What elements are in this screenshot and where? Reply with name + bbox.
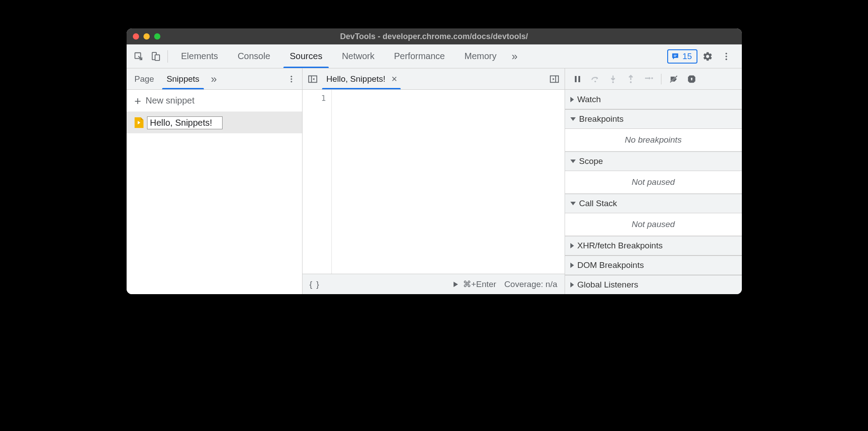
section-watch[interactable]: Watch bbox=[565, 90, 742, 109]
toolbar-divider bbox=[167, 50, 168, 63]
svg-point-10 bbox=[291, 81, 292, 82]
toolbar-right: 15 bbox=[667, 48, 738, 65]
svg-point-9 bbox=[291, 78, 292, 80]
window-title: DevTools - developer.chrome.com/docs/dev… bbox=[127, 32, 742, 41]
more-tabs-icon[interactable]: » bbox=[506, 44, 523, 68]
svg-rect-24 bbox=[691, 78, 692, 79]
svg-rect-16 bbox=[578, 76, 580, 82]
chevron-right-icon bbox=[570, 97, 574, 102]
content-area: Page Snippets » + New snippet bbox=[127, 68, 742, 294]
window-minimize-button[interactable] bbox=[143, 33, 150, 40]
pretty-print-icon[interactable]: { } bbox=[310, 279, 320, 289]
tab-console[interactable]: Console bbox=[228, 44, 280, 68]
tab-sources[interactable]: Sources bbox=[280, 44, 332, 68]
window-maximize-button[interactable] bbox=[154, 33, 160, 40]
issues-count: 15 bbox=[682, 52, 692, 61]
tab-memory[interactable]: Memory bbox=[455, 44, 506, 68]
new-snippet-label: New snippet bbox=[146, 96, 195, 106]
editor-tab-label: Hello, Snippets! bbox=[326, 74, 386, 84]
navigator-panel: Page Snippets » + New snippet bbox=[127, 68, 303, 294]
svg-point-19 bbox=[630, 81, 632, 83]
section-breakpoints[interactable]: Breakpoints bbox=[565, 109, 742, 129]
deactivate-breakpoints-icon[interactable] bbox=[666, 71, 682, 87]
step-icon[interactable] bbox=[641, 71, 657, 87]
chevron-down-icon bbox=[570, 202, 576, 205]
main-tab-list: Elements Console Sources Network Perform… bbox=[171, 44, 668, 68]
step-out-icon[interactable] bbox=[623, 71, 639, 87]
navigator-more-tabs-icon[interactable]: » bbox=[206, 73, 222, 85]
debugger-toolbar bbox=[565, 68, 742, 90]
section-global-listeners[interactable]: Global Listeners bbox=[565, 275, 742, 294]
svg-point-6 bbox=[725, 56, 727, 57]
navigator-tabs: Page Snippets » bbox=[127, 68, 302, 90]
svg-point-20 bbox=[651, 77, 653, 79]
chevron-right-icon bbox=[570, 263, 574, 268]
titlebar: DevTools - developer.chrome.com/docs/dev… bbox=[127, 28, 742, 44]
play-icon bbox=[452, 281, 459, 288]
main-toolbar: Elements Console Sources Network Perform… bbox=[127, 44, 742, 68]
snippet-name-input[interactable] bbox=[147, 116, 223, 129]
svg-point-17 bbox=[594, 80, 596, 82]
section-scope[interactable]: Scope bbox=[565, 152, 742, 171]
svg-rect-4 bbox=[674, 56, 676, 56]
tab-network[interactable]: Network bbox=[332, 44, 384, 68]
scope-empty: Not paused bbox=[565, 171, 742, 194]
tab-performance[interactable]: Performance bbox=[384, 44, 455, 68]
svg-rect-2 bbox=[155, 55, 159, 60]
window-close-button[interactable] bbox=[133, 33, 139, 40]
section-dom-breakpoints[interactable]: DOM Breakpoints bbox=[565, 255, 742, 275]
device-toolbar-icon[interactable] bbox=[147, 48, 164, 65]
section-call-stack[interactable]: Call Stack bbox=[565, 194, 742, 213]
settings-icon[interactable] bbox=[699, 48, 716, 65]
chevron-right-icon bbox=[570, 243, 574, 248]
editor-footer: { } ⌘+Enter Coverage: n/a bbox=[303, 274, 565, 294]
step-over-icon[interactable] bbox=[587, 71, 603, 87]
devtools-window: DevTools - developer.chrome.com/docs/dev… bbox=[127, 28, 742, 294]
svg-point-18 bbox=[612, 81, 614, 83]
coverage-label[interactable]: Coverage: n/a bbox=[504, 279, 557, 289]
code-body[interactable] bbox=[332, 90, 565, 274]
plus-icon: + bbox=[135, 95, 141, 107]
section-xhr-breakpoints[interactable]: XHR/fetch Breakpoints bbox=[565, 236, 742, 255]
snippet-file-icon bbox=[135, 117, 143, 128]
step-into-icon[interactable] bbox=[605, 71, 621, 87]
run-snippet-button[interactable]: ⌘+Enter bbox=[452, 279, 497, 289]
run-hint-label: ⌘+Enter bbox=[463, 279, 497, 289]
svg-rect-15 bbox=[575, 76, 577, 82]
svg-point-8 bbox=[291, 76, 292, 77]
tab-elements[interactable]: Elements bbox=[171, 44, 228, 68]
debugger-accordion: Watch Breakpoints No breakpoints Scope N… bbox=[565, 90, 742, 294]
navigator-tab-page[interactable]: Page bbox=[128, 68, 160, 89]
pause-on-exceptions-icon[interactable] bbox=[684, 71, 700, 87]
navigator-options-icon[interactable] bbox=[283, 70, 300, 88]
editor-tab[interactable]: Hello, Snippets! × bbox=[320, 68, 402, 89]
svg-rect-3 bbox=[674, 55, 677, 55]
debugger-divider bbox=[661, 74, 661, 84]
line-number: 1 bbox=[303, 93, 326, 103]
chevron-down-icon bbox=[570, 117, 576, 121]
breakpoints-empty: No breakpoints bbox=[565, 129, 742, 152]
svg-point-5 bbox=[725, 52, 727, 54]
show-debugger-icon[interactable] bbox=[547, 68, 562, 89]
chevron-down-icon bbox=[570, 160, 576, 163]
editor-tabs-bar: Hello, Snippets! × bbox=[303, 68, 565, 90]
close-tab-icon[interactable]: × bbox=[390, 73, 399, 85]
debugger-panel: Watch Breakpoints No breakpoints Scope N… bbox=[565, 68, 742, 294]
editor-panel: Hello, Snippets! × 1 { } ⌘+Ente bbox=[303, 68, 565, 294]
message-icon bbox=[671, 52, 680, 61]
snippet-list-item[interactable] bbox=[127, 112, 302, 133]
code-editor[interactable]: 1 bbox=[303, 90, 565, 274]
svg-point-7 bbox=[725, 58, 727, 60]
traffic-lights bbox=[133, 33, 160, 40]
show-navigator-icon[interactable] bbox=[305, 68, 320, 89]
navigator-tab-snippets[interactable]: Snippets bbox=[160, 68, 206, 89]
pause-icon[interactable] bbox=[569, 71, 585, 87]
inspect-element-icon[interactable] bbox=[130, 48, 147, 65]
call-stack-empty: Not paused bbox=[565, 213, 742, 236]
issues-badge[interactable]: 15 bbox=[667, 49, 697, 64]
chevron-right-icon bbox=[570, 282, 574, 287]
new-snippet-button[interactable]: + New snippet bbox=[127, 90, 302, 112]
more-menu-icon[interactable] bbox=[718, 48, 735, 65]
line-gutter: 1 bbox=[303, 90, 332, 274]
